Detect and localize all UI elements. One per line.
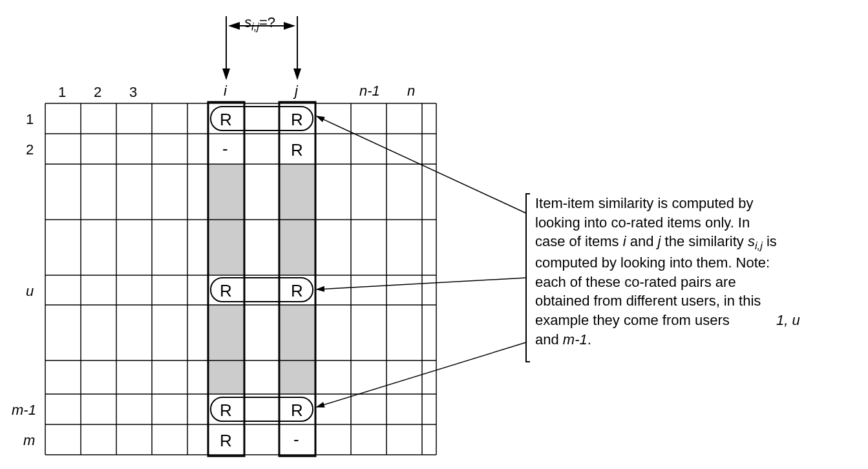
similarity-eqq: =?	[259, 14, 275, 30]
cell-rm-i: R	[220, 431, 232, 451]
cell-r2-j: R	[291, 140, 303, 160]
row-label-m-1: m-1	[12, 402, 36, 419]
annotation-line3d: is	[763, 233, 777, 249]
annotation-line3b: and	[626, 233, 658, 249]
cell-r1-j: R	[291, 110, 303, 130]
annotation-line6: obtained from different users, in this	[535, 291, 852, 311]
annotation-line3c: the similarity	[661, 233, 747, 249]
col-label-3: 3	[129, 84, 137, 101]
annotation-line2: looking into co-rated items only. In	[535, 213, 852, 233]
annotation-line8a: and	[535, 331, 563, 348]
similarity-question-label: si,j=?	[244, 14, 275, 33]
row-label-u: u	[26, 283, 34, 300]
annotation-line8b: .	[587, 331, 591, 348]
annotation-line4: computed by looking into them. Note:	[535, 253, 852, 273]
svg-line-46	[317, 278, 526, 289]
col-label-2: 2	[94, 84, 101, 101]
cell-rm-j: -	[293, 430, 299, 450]
annotation-line8: and m-1.	[535, 330, 852, 349]
annotation-line3-s: s	[748, 233, 755, 249]
annotation-line7-users: 1, u	[776, 312, 800, 328]
col-label-n-1: n-1	[359, 83, 380, 99]
similarity-sub: i,j	[251, 21, 259, 32]
col-label-j: j	[295, 83, 298, 99]
row-label-2: 2	[26, 141, 34, 158]
row-label-m: m	[23, 432, 35, 449]
annotation-line7: example they come from users 1, u	[535, 311, 852, 330]
annotation-line3-sub: i,j	[755, 240, 763, 252]
col-label-n: n	[407, 83, 415, 99]
col-label-1: 1	[58, 84, 66, 101]
annotation-text: Item-item similarity is computed by look…	[535, 194, 852, 349]
annotation-line1: Item-item similarity is computed by	[535, 194, 852, 213]
svg-line-47	[317, 342, 526, 407]
svg-line-45	[317, 116, 526, 213]
annotation-line3: case of items i and j the similarity si,…	[535, 232, 852, 253]
annotation-line5: each of these co-rated pairs are	[535, 273, 852, 292]
similarity-s: s	[244, 14, 251, 30]
cell-rm1-i: R	[220, 401, 232, 421]
cell-ru-i: R	[220, 281, 232, 301]
cell-r2-i: -	[222, 139, 228, 159]
row-label-1: 1	[26, 111, 34, 128]
diagram-container: si,j=? 1 2 3 i j n-1 n 1 2 u m-1 m R R -…	[0, 0, 868, 469]
cell-ru-j: R	[291, 281, 303, 301]
annotation-line3a: case of items	[535, 233, 623, 249]
col-label-i: i	[224, 83, 227, 99]
cell-rm1-j: R	[291, 401, 303, 421]
annotation-line7a: example they come from users	[535, 312, 730, 328]
cell-r1-i: R	[220, 110, 232, 130]
annotation-line8-m1: m-1	[563, 331, 587, 348]
